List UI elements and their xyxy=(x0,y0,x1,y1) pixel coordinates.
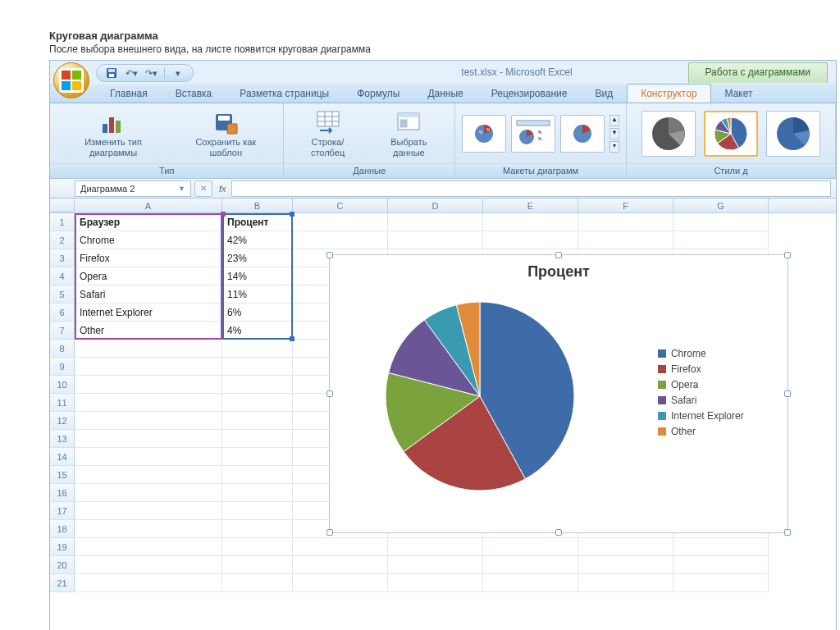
cell[interactable] xyxy=(75,520,222,538)
cell[interactable] xyxy=(483,574,578,592)
chart-layout-option-2[interactable]: %% xyxy=(511,115,555,153)
row-header[interactable]: 1 xyxy=(50,213,75,231)
tab-design[interactable]: Конструктор xyxy=(627,84,710,103)
gallery-scroll-up-icon[interactable]: ▲ xyxy=(609,115,619,126)
row-header[interactable]: 13 xyxy=(50,430,75,448)
cell[interactable]: 42% xyxy=(222,231,293,249)
pie-chart-plot[interactable] xyxy=(373,285,587,499)
col-header-C[interactable]: C xyxy=(293,199,388,212)
cell[interactable] xyxy=(578,213,673,231)
formula-bar[interactable] xyxy=(231,180,831,197)
cell[interactable] xyxy=(222,430,293,448)
cell[interactable] xyxy=(75,574,222,592)
tab-home[interactable]: Главная xyxy=(96,84,162,103)
col-header-D[interactable]: D xyxy=(388,199,483,212)
cell[interactable] xyxy=(222,394,293,412)
cell[interactable]: Браузер xyxy=(75,213,222,231)
row-header[interactable]: 7 xyxy=(50,322,75,340)
row-header[interactable]: 8 xyxy=(50,340,75,358)
row-header[interactable]: 2 xyxy=(50,231,75,249)
cell[interactable] xyxy=(483,231,578,249)
cell[interactable]: Opera xyxy=(75,267,222,285)
cell[interactable]: 4% xyxy=(222,322,293,340)
fx-icon[interactable]: fx xyxy=(219,184,226,194)
cell[interactable] xyxy=(75,448,222,466)
tab-layout[interactable]: Макет xyxy=(711,84,767,103)
row-header[interactable]: 16 xyxy=(50,484,75,502)
cell[interactable] xyxy=(75,538,222,556)
cell[interactable] xyxy=(75,358,222,376)
tab-view[interactable]: Вид xyxy=(581,84,627,103)
cell[interactable] xyxy=(222,574,293,592)
cell[interactable] xyxy=(222,484,293,502)
cell[interactable] xyxy=(483,213,578,231)
save-as-template-button[interactable]: Сохранить как шаблон xyxy=(175,107,276,160)
name-box[interactable]: Диаграмма 2 ▼ xyxy=(75,180,191,197)
chart-layout-option-1[interactable]: %% xyxy=(462,115,506,153)
cell[interactable] xyxy=(673,231,769,249)
cell[interactable] xyxy=(222,502,293,520)
cell[interactable] xyxy=(222,412,293,430)
tab-data[interactable]: Данные xyxy=(413,84,477,103)
select-all-corner[interactable] xyxy=(50,199,75,212)
cell[interactable] xyxy=(673,213,769,231)
cell[interactable]: 14% xyxy=(222,267,293,285)
row-header[interactable]: 17 xyxy=(50,502,75,520)
cell[interactable] xyxy=(293,231,388,249)
chart-layout-option-3[interactable] xyxy=(560,115,605,153)
cell[interactable] xyxy=(673,556,769,574)
cell[interactable] xyxy=(388,213,483,231)
cell[interactable] xyxy=(75,430,222,448)
cell[interactable] xyxy=(222,376,293,394)
cell[interactable] xyxy=(75,412,222,430)
cell[interactable] xyxy=(483,538,578,556)
col-header-F[interactable]: F xyxy=(578,199,673,212)
gallery-scroll-down-icon[interactable]: ▼ xyxy=(609,128,619,139)
tab-page-layout[interactable]: Разметка страницы xyxy=(226,84,343,103)
cell[interactable] xyxy=(222,538,293,556)
cell[interactable]: Internet Explorer xyxy=(75,304,222,322)
row-header[interactable]: 14 xyxy=(50,448,75,466)
chart-title[interactable]: Процент xyxy=(330,263,788,281)
cell[interactable] xyxy=(388,231,483,249)
cell[interactable] xyxy=(388,556,483,574)
row-header[interactable]: 20 xyxy=(50,556,75,574)
tab-review[interactable]: Рецензирование xyxy=(477,84,582,103)
col-header-A[interactable]: A xyxy=(75,199,222,212)
cell[interactable] xyxy=(293,213,388,231)
cell[interactable] xyxy=(293,574,388,592)
row-header[interactable]: 9 xyxy=(50,358,75,376)
cell[interactable] xyxy=(222,466,293,484)
row-header[interactable]: 10 xyxy=(50,376,75,394)
cell[interactable] xyxy=(578,556,673,574)
cell[interactable]: 23% xyxy=(222,249,293,267)
row-header[interactable]: 3 xyxy=(50,249,75,267)
redo-icon[interactable]: ↷▾ xyxy=(144,66,158,80)
cell[interactable]: 6% xyxy=(222,304,293,322)
row-header[interactable]: 18 xyxy=(50,520,75,538)
tab-insert[interactable]: Вставка xyxy=(162,84,226,103)
cell[interactable] xyxy=(388,574,483,592)
row-header[interactable]: 15 xyxy=(50,466,75,484)
change-chart-type-button[interactable]: Изменить тип диаграммы xyxy=(57,107,170,160)
cell[interactable]: Other xyxy=(75,322,222,340)
cell[interactable]: Процент xyxy=(222,213,293,231)
cell[interactable] xyxy=(75,340,222,358)
cell[interactable] xyxy=(673,538,769,556)
undo-icon[interactable]: ↶▾ xyxy=(125,66,138,80)
cell[interactable] xyxy=(293,538,388,556)
cell[interactable] xyxy=(483,556,578,574)
office-button[interactable] xyxy=(53,62,89,98)
cell[interactable] xyxy=(75,502,222,520)
cell[interactable] xyxy=(578,538,673,556)
cell[interactable]: Safari xyxy=(75,285,222,304)
worksheet[interactable]: A B C D E F G 12345678910111213141516171… xyxy=(50,199,836,630)
col-header-E[interactable]: E xyxy=(483,199,578,212)
row-header[interactable]: 21 xyxy=(50,574,75,592)
save-icon[interactable] xyxy=(105,66,118,80)
switch-row-column-button[interactable]: Строка/столбец xyxy=(290,107,364,160)
cell[interactable] xyxy=(222,556,293,574)
cancel-formula-icon[interactable]: ✕ xyxy=(194,180,212,197)
row-header[interactable]: 5 xyxy=(50,285,75,304)
qat-customize-icon[interactable]: ▾ xyxy=(171,66,185,80)
